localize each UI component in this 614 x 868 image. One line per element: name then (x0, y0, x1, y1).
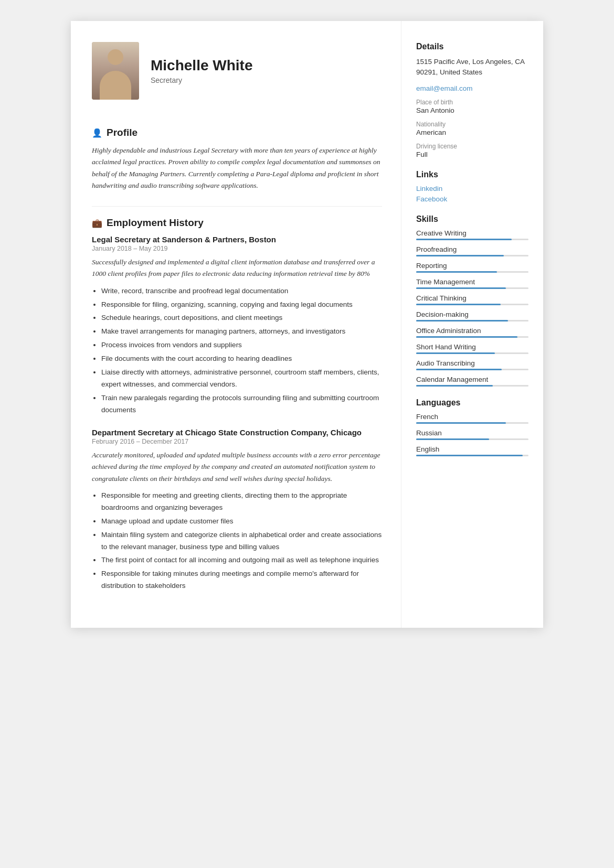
employment-title: 💼 Employment History (92, 217, 382, 229)
header-info: Michelle White Secretary (151, 57, 252, 84)
job-dates-1: January 2018 – May 2019 (92, 245, 382, 252)
bullet-item: Process invoices from vendors and suppli… (101, 339, 382, 351)
detail-address: 1515 Pacific Ave, Los Angeles, CA 90291,… (416, 57, 528, 78)
skill-bar-bg (416, 352, 528, 354)
bullet-item: Write, record, transcribe and proofread … (101, 285, 382, 297)
bullet-item: Manage upload and update customer files (101, 516, 382, 528)
bullet-item: Train new paralegals regarding the proto… (101, 392, 382, 416)
employment-section: 💼 Employment History Legal Secretary at … (92, 217, 382, 592)
skills-list: Creative Writing Proofreading Reporting … (416, 229, 528, 387)
job-dates-2: February 2016 – December 2017 (92, 438, 382, 445)
skill-name: Reporting (416, 262, 528, 270)
details-title: Details (416, 42, 528, 51)
skill-item: Time Management (416, 278, 528, 289)
languages-title: Languages (416, 398, 528, 408)
skill-bar-fill (416, 336, 517, 338)
resume-container: Michelle White Secretary 👤 Profile Highl… (71, 21, 543, 628)
skill-item: Creative Writing (416, 229, 528, 240)
skill-bar-bg (416, 255, 528, 256)
skill-item: Office Administration (416, 327, 528, 338)
skill-bar-fill (416, 239, 512, 240)
bullet-item: Responsible for filing, organizing, scan… (101, 299, 382, 311)
language-bar-bg (416, 422, 528, 424)
language-bar-bg (416, 438, 528, 440)
skill-name: Decision-making (416, 310, 528, 318)
language-bar-fill (416, 438, 489, 440)
bullet-item: File documents with the court according … (101, 353, 382, 365)
skill-item: Audio Transcribing (416, 359, 528, 370)
right-column: Details 1515 Pacific Ave, Los Angeles, C… (401, 21, 543, 628)
languages-list: French Russian English (416, 413, 528, 456)
language-name: French (416, 413, 528, 421)
left-column: Michelle White Secretary 👤 Profile Highl… (71, 21, 401, 628)
job-entry-2: Department Secretary at Chicago State Co… (92, 428, 382, 592)
language-item: English (416, 445, 528, 456)
job-bullets-1: Write, record, transcribe and proofread … (92, 285, 382, 416)
skill-item: Reporting (416, 262, 528, 273)
skill-bar-fill (416, 255, 504, 256)
skill-bar-bg (416, 369, 528, 370)
bullet-item: Responsible for meeting and greeting cli… (101, 490, 382, 514)
language-name: Russian (416, 429, 528, 437)
candidate-title: Secretary (151, 76, 252, 84)
profile-section: 👤 Profile Highly dependable and industri… (92, 127, 382, 191)
skill-bar-bg (416, 304, 528, 305)
job-title-2: Department Secretary at Chicago State Co… (92, 428, 382, 437)
skill-name: Office Administration (416, 327, 528, 335)
skill-bar-bg (416, 271, 528, 273)
bullet-item: The first point of contact for all incom… (101, 554, 382, 566)
skill-item: Proofreading (416, 245, 528, 256)
job-entry-1: Legal Secretary at Sanderson & Partners,… (92, 235, 382, 416)
place-of-birth-label: Place of birth (416, 99, 528, 106)
bullet-item: Schedule hearings, court depositions, an… (101, 312, 382, 324)
skill-bar-bg (416, 239, 528, 240)
nationality-value: American (416, 128, 528, 136)
driving-license-value: Full (416, 151, 528, 158)
links-title: Links (416, 170, 528, 179)
language-bar-bg (416, 455, 528, 456)
skill-name: Short Hand Writing (416, 343, 528, 351)
skill-name: Audio Transcribing (416, 359, 528, 367)
skill-bar-bg (416, 385, 528, 387)
place-of-birth-value: San Antonio (416, 106, 528, 114)
skills-section: Skills Creative Writing Proofreading Rep… (416, 215, 528, 387)
detail-email[interactable]: email@email.com (416, 84, 528, 92)
language-bar-fill (416, 422, 506, 424)
candidate-name: Michelle White (151, 57, 252, 74)
skill-bar-bg (416, 336, 528, 338)
header: Michelle White Secretary (92, 42, 382, 110)
skills-title: Skills (416, 215, 528, 224)
link-linkedin[interactable]: Linkedin (416, 185, 528, 192)
skill-bar-fill (416, 271, 497, 273)
profile-icon: 👤 (92, 128, 102, 138)
skill-bar-bg (416, 287, 528, 289)
bullet-item: Responsible for taking minutes during me… (101, 568, 382, 592)
profile-text: Highly dependable and industrious Legal … (92, 145, 382, 191)
driving-license-label: Driving license (416, 143, 528, 150)
avatar (92, 42, 139, 100)
employment-icon: 💼 (92, 218, 102, 228)
details-section: Details 1515 Pacific Ave, Los Angeles, C… (416, 42, 528, 158)
skill-name: Calendar Management (416, 376, 528, 383)
skill-name: Critical Thinking (416, 294, 528, 302)
language-name: English (416, 445, 528, 453)
skill-bar-fill (416, 385, 493, 387)
skill-name: Time Management (416, 278, 528, 286)
job-title-1: Legal Secretary at Sanderson & Partners,… (92, 235, 382, 244)
link-facebook[interactable]: Facebook (416, 195, 528, 203)
bullet-item: Make travel arrangements for managing pa… (101, 326, 382, 338)
skill-bar-fill (416, 287, 506, 289)
skill-bar-bg (416, 320, 528, 322)
job-description-1: Successfully designed and implemented a … (92, 256, 382, 280)
skill-bar-fill (416, 352, 495, 354)
skill-item: Calendar Management (416, 376, 528, 387)
skill-item: Decision-making (416, 310, 528, 322)
bullet-item: Maintain filing system and categorize cl… (101, 529, 382, 553)
nationality-label: Nationality (416, 121, 528, 128)
skill-bar-fill (416, 369, 502, 370)
skill-name: Creative Writing (416, 229, 528, 237)
language-bar-fill (416, 455, 523, 456)
language-item: Russian (416, 429, 528, 440)
job-bullets-2: Responsible for meeting and greeting cli… (92, 490, 382, 593)
skill-item: Short Hand Writing (416, 343, 528, 354)
